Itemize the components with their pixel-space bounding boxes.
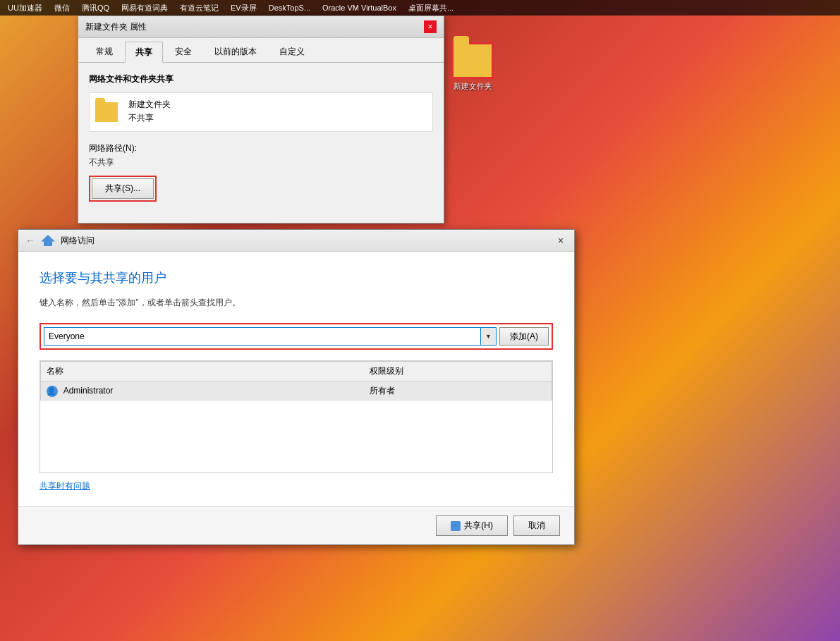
- user-table: 名称 权限级别 Administrator 所有者: [40, 361, 552, 401]
- tab-security[interactable]: 安全: [164, 42, 202, 62]
- share-btn-wrapper: 共享(S)...: [89, 176, 157, 202]
- user-icon: [47, 386, 58, 397]
- trouble-sharing-link[interactable]: 共享时有问题: [39, 480, 90, 492]
- taskbar-item-uu[interactable]: UU加速器: [4, 2, 47, 14]
- properties-dialog: 新建文件夹 属性 × 常规 共享 安全 以前的版本 自定义 网络文件和文件夹共享…: [78, 16, 444, 224]
- desktop-folder[interactable]: 新建文件夹: [451, 42, 494, 92]
- network-path-label: 网络路径(N):: [89, 142, 433, 154]
- folder-icon-small: [95, 102, 118, 122]
- tab-sharing[interactable]: 共享: [125, 42, 163, 63]
- network-dialog-instruction: 键入名称，然后单击"添加"，或者单击箭头查找用户。: [39, 297, 553, 309]
- table-header: 名称 权限级别: [41, 362, 552, 381]
- taskbar-item-virtualbox[interactable]: Oracle VM VirtualBox: [318, 3, 401, 13]
- taskbar-item-youdao-note[interactable]: 有道云笔记: [176, 2, 223, 14]
- network-titlebar: ← 网络访问 ×: [18, 230, 574, 252]
- share-footer-icon: [451, 521, 461, 531]
- props-tabs: 常规 共享 安全 以前的版本 自定义: [78, 38, 444, 63]
- folder-info: 新建文件夹 不共享: [89, 92, 433, 132]
- taskbar-item-wechat[interactable]: 微信: [50, 2, 74, 14]
- taskbar: UU加速器 微信 腾讯QQ 网易有道词典 有道云笔记 EV录屏 DeskTopS…: [0, 0, 840, 16]
- user-name-cell: Administrator: [41, 381, 364, 401]
- user-search-input[interactable]: [44, 327, 481, 346]
- desktop-folder-label: 新建文件夹: [454, 81, 492, 92]
- tab-previous-versions[interactable]: 以前的版本: [204, 42, 267, 62]
- network-dialog-nav-title: 网络访问: [61, 235, 95, 247]
- not-shared-text: 不共享: [128, 112, 171, 124]
- network-path-value: 不共享: [89, 157, 433, 169]
- network-access-dialog: ← 网络访问 × 选择要与其共享的用户 键入名称，然后单击"添加"，或者单击箭头…: [18, 229, 575, 545]
- folder-name-text: 新建文件夹: [128, 99, 171, 111]
- network-path-section: 网络路径(N): 不共享 共享(S)...: [89, 142, 433, 202]
- user-input-row: ▼ 添加(A): [39, 323, 553, 350]
- user-input-wrapper: ▼: [44, 327, 497, 346]
- share-button[interactable]: 共享(S)...: [92, 178, 154, 199]
- props-content: 网络文件和文件夹共享 新建文件夹 不共享 网络路径(N): 不共享 共享(S).…: [78, 63, 444, 223]
- folder-info-text: 新建文件夹 不共享: [128, 99, 171, 126]
- network-icon: [41, 235, 55, 246]
- share-confirm-label: 共享(H): [464, 520, 493, 532]
- user-name-text: Administrator: [63, 386, 114, 396]
- col-name-header: 名称: [41, 362, 364, 381]
- taskbar-item-screen[interactable]: 桌面屏幕共...: [404, 2, 458, 14]
- table-body: Administrator 所有者: [41, 381, 552, 401]
- props-titlebar: 新建文件夹 属性 ×: [78, 16, 444, 38]
- back-button[interactable]: ←: [25, 235, 35, 246]
- col-permission-header: 权限级别: [364, 362, 552, 381]
- network-dialog-footer: 共享(H) 取消: [18, 506, 574, 544]
- share-confirm-button[interactable]: 共享(H): [436, 515, 508, 536]
- props-dialog-title: 新建文件夹 属性: [85, 21, 147, 33]
- network-nav: ← 网络访问: [25, 235, 95, 247]
- table-row[interactable]: Administrator 所有者: [41, 381, 552, 401]
- dropdown-arrow-button[interactable]: ▼: [481, 327, 497, 346]
- props-close-button[interactable]: ×: [424, 20, 437, 33]
- taskbar-item-youdao-dict[interactable]: 网易有道词典: [117, 2, 172, 14]
- network-dialog-heading: 选择要与其共享的用户: [39, 269, 553, 286]
- tab-general[interactable]: 常规: [85, 42, 123, 62]
- add-user-button[interactable]: 添加(A): [499, 327, 549, 346]
- taskbar-item-ev[interactable]: EV录屏: [226, 2, 261, 14]
- network-close-button[interactable]: ×: [554, 234, 567, 247]
- taskbar-item-qq[interactable]: 腾讯QQ: [78, 2, 114, 14]
- network-dialog-body: 选择要与其共享的用户 键入名称，然后单击"添加"，或者单击箭头查找用户。 ▼ 添…: [18, 252, 574, 506]
- user-permission-cell: 所有者: [364, 381, 552, 401]
- sharing-section-title: 网络文件和文件夹共享: [89, 73, 433, 85]
- folder-icon: [451, 42, 494, 79]
- taskbar-item-desktops[interactable]: DeskTopS...: [264, 3, 315, 13]
- user-table-container: 名称 权限级别 Administrator 所有者: [39, 360, 553, 473]
- cancel-button[interactable]: 取消: [513, 515, 560, 536]
- tab-customize[interactable]: 自定义: [269, 42, 315, 62]
